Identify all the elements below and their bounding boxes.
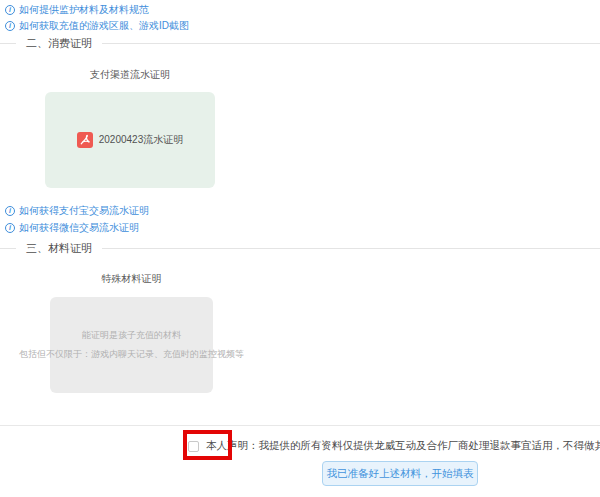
dropzone-hint-line2: 包括但不仅限于：游戏内聊天记录、充值时的监控视频等 (19, 348, 244, 361)
upload-dropzone-special-material[interactable]: 能证明是孩子充值的材料 包括但不仅限于：游戏内聊天记录、充值时的监控视频等 (50, 297, 213, 393)
help-link-label: 如何提供监护材料及材料规范 (19, 3, 149, 16)
section-title-material: 三、材料证明 (16, 241, 102, 256)
help-link-label: 如何获得微信交易流水证明 (19, 221, 139, 234)
help-link-alipay-flow[interactable]: i 如何获得支付宝交易流水证明 (5, 204, 149, 217)
info-circle-icon: i (5, 5, 15, 15)
upload-label-payment-flow: 支付渠道流水证明 (45, 68, 215, 82)
file-name: 20200423流水证明 (99, 133, 184, 147)
divider-line (102, 248, 600, 249)
help-link-game-id-screenshot[interactable]: i 如何获取充值的游戏区服、游戏ID截图 (5, 19, 189, 32)
declaration-row: 本人声明：我提供的所有资料仅提供龙威互动及合作厂商处理退款事宜适用，不得做其他用… (188, 439, 600, 453)
info-circle-icon: i (5, 21, 15, 31)
bottom-divider-line (0, 425, 600, 426)
uploaded-file-card[interactable]: 20200423流水证明 (45, 92, 215, 188)
file-row: 20200423流水证明 (77, 132, 184, 148)
info-circle-icon: i (5, 223, 15, 233)
divider-line (102, 43, 600, 44)
pdf-file-icon (77, 132, 93, 148)
section-title-consumption: 二、消费证明 (16, 36, 102, 51)
start-form-button[interactable]: 我已准备好上述材料，开始填表 (322, 461, 478, 486)
section-divider-material: 三、材料证明 (0, 241, 600, 256)
divider-line (0, 248, 16, 249)
help-link-label: 如何获取充值的游戏区服、游戏ID截图 (19, 19, 189, 32)
section-divider-consumption: 二、消费证明 (0, 36, 600, 51)
declaration-checkbox[interactable] (188, 441, 199, 452)
help-link-label: 如何获得支付宝交易流水证明 (19, 204, 149, 217)
dropzone-hint-line1: 能证明是孩子充值的材料 (82, 329, 181, 342)
help-link-guardian-materials[interactable]: i 如何提供监护材料及材料规范 (5, 3, 149, 16)
divider-line (0, 43, 16, 44)
info-circle-icon: i (5, 206, 15, 216)
upload-label-special-material: 特殊材料证明 (50, 272, 213, 286)
help-link-wechat-flow[interactable]: i 如何获得微信交易流水证明 (5, 221, 139, 234)
declaration-text: 本人声明：我提供的所有资料仅提供龙威互动及合作厂商处理退款事宜适用，不得做其他用… (206, 439, 600, 453)
